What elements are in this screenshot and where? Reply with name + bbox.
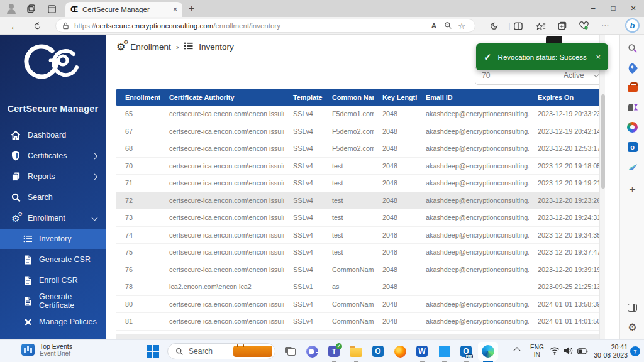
table-row[interactable]: 80certsecure-ica.encon.com\encon issuing… [116,296,604,314]
table-row[interactable]: 68certsecure-ica.encon.com\encon issuing… [116,140,604,158]
table-row[interactable]: 65certsecure-ica.encon.com\encon issuing… [116,106,604,123]
refresh-icon[interactable] [30,19,44,32]
table-row[interactable]: 72certsecure-ica.encon.com\encon issuing… [116,192,604,210]
toast-close-icon[interactable]: × [596,52,601,62]
table-row[interactable]: 78ica2.encon.com\encon ica2SSLv1as204820… [116,278,604,296]
breadcrumb-parent[interactable]: Enrollment [130,42,171,52]
table-bottom-scrollbar[interactable] [116,334,604,339]
sidebar-item-dashboard[interactable]: Dashboard [0,125,106,145]
table-row[interactable]: 73certsecure-ica.encon.com\encon issuing… [116,209,604,227]
outlook-icon[interactable]: o [626,141,638,153]
add-sidebar-item-icon[interactable]: + [626,184,638,196]
column-header[interactable]: Common Name [323,94,374,101]
collections-icon[interactable] [556,21,569,31]
column-header[interactable]: Enrollment ID [116,94,160,101]
vertical-tabs-icon[interactable] [45,3,58,15]
tools-icon [23,317,33,327]
games-icon[interactable] [626,101,638,113]
favorites-bar-icon[interactable] [535,21,547,31]
url-bar[interactable]: https://certsecure.encryptionconsulting.… [55,19,475,33]
search-icon[interactable] [626,42,638,54]
favorite-star-icon[interactable]: ☆ [455,21,469,31]
start-icon[interactable] [145,344,160,359]
firefox-icon[interactable] [392,344,408,359]
file-explorer-icon[interactable] [348,344,364,359]
shopping-tag-icon[interactable] [626,62,638,74]
task-view-icon[interactable] [282,344,297,359]
table-row[interactable]: 75certsecure-ica.encon.com\encon issuing… [116,244,604,261]
edge-icon[interactable] [478,342,498,361]
zoom-out-icon[interactable] [441,21,455,31]
column-header[interactable]: Key Length [374,94,417,101]
split-screen-icon[interactable] [512,21,525,31]
workspaces-icon[interactable] [25,3,38,15]
lock-icon [62,22,69,30]
drop-icon[interactable] [626,160,638,172]
table-row[interactable]: 81certsecure-ica.encon.com\encon issuing… [116,313,604,331]
sidebar-item-reports[interactable]: Reports [0,167,106,187]
breadcrumb-separator: › [176,42,179,52]
bing-chat-icon[interactable]: b [625,18,640,33]
widgets-button[interactable]: Top Events Event Brief [21,343,72,357]
cell-expires: 2024-01-01 14:01:50 [529,317,604,325]
sidebar-item-enroll-csr[interactable]: Enroll CSR [0,270,106,290]
word-icon[interactable]: W [414,344,430,359]
microsoft365-icon[interactable] [626,121,638,133]
settings-gear-icon[interactable]: ⚙ [626,321,638,333]
outlook-preview-icon[interactable]: OPRE [458,344,474,359]
sidebar-item-manage-policies[interactable]: Manage Policies [0,312,106,332]
tray-chevron-up-icon[interactable] [513,347,520,354]
window-maximize-button[interactable]: □ [604,1,623,15]
cell-template: SSLv4 [284,231,323,239]
taskbar-search-input[interactable]: Search [167,343,275,359]
table-row[interactable]: 67certsecure-ica.encon.com\encon issuing… [116,123,604,141]
table-row[interactable]: 74certsecure-ica.encon.com\encon issuing… [116,227,604,244]
back-button[interactable]: ← [8,19,21,32]
cell-template: SSLv4 [284,110,323,118]
more-menu-icon[interactable]: ⋯ [599,21,611,31]
vscode-icon[interactable] [436,344,452,359]
outlook-icon[interactable]: O [370,344,386,359]
wifi-icon[interactable] [550,346,560,358]
window-close-button[interactable]: × [624,1,643,15]
browser-tab[interactable]: Œ CertSecure Manager × [65,2,182,17]
table-row[interactable]: 76certsecure-ica.encon.com\encon issuing… [116,261,604,279]
gears-icon: ⚙ [116,42,125,52]
column-header[interactable]: Expires On [529,94,604,101]
chat-icon[interactable] [304,344,319,359]
column-header[interactable]: Template [284,94,323,101]
window-minimize-button[interactable]: – [584,1,602,15]
notification-badge[interactable]: 7 [630,346,640,356]
table-row[interactable]: 71certsecure-ica.encon.com\encon issuing… [116,175,604,192]
taskbar-clock[interactable]: 20:41 30-08-2023 [590,343,628,359]
sidebar-item-search[interactable]: Search [0,187,106,207]
browser-essentials-icon[interactable] [577,21,590,31]
scrollbar-thumb[interactable] [601,94,605,189]
new-tab-button[interactable]: + [189,3,194,14]
cell-ca: certsecure-ica.encon.com\encon issuing c… [160,179,284,187]
battery-icon[interactable] [577,346,588,358]
column-header[interactable]: Certificate Authority [160,94,284,101]
app-brand: CertSecure Manager [0,104,106,114]
cell-cn: test [323,231,374,239]
breadcrumb-current[interactable]: Inventory [199,42,234,52]
panel-icon[interactable] [626,302,638,314]
page-scrollbar[interactable] [599,35,605,339]
sidebar-item-certificates[interactable]: Certificates [0,146,106,166]
table-row[interactable]: 70certsecure-ica.encon.com\encon issuing… [116,158,604,175]
sidebar-item-inventory[interactable]: Inventory [0,229,106,249]
teams-icon[interactable]: T [326,344,341,359]
toolbox-icon[interactable] [626,81,638,93]
read-aloud-icon[interactable]: A [427,22,441,30]
volume-icon[interactable] [564,346,574,358]
sidebar-item-enrollment[interactable]: ⚙ Enrollment [0,208,106,228]
extensions-icon[interactable] [488,21,501,31]
sidebar-item-generate-csr[interactable]: Generate CSR [0,250,106,270]
column-header[interactable]: Email ID [417,94,529,101]
cell-expires: 2023-12-20 19:34:35 [529,231,604,239]
language-indicator[interactable]: ENG IN [530,344,544,359]
sidebar-item-generate-certificate[interactable]: Generate Certificate [0,291,106,311]
tab-close-icon[interactable]: × [173,5,177,14]
home-icon [11,130,21,140]
profile-avatar-icon[interactable] [5,3,18,15]
